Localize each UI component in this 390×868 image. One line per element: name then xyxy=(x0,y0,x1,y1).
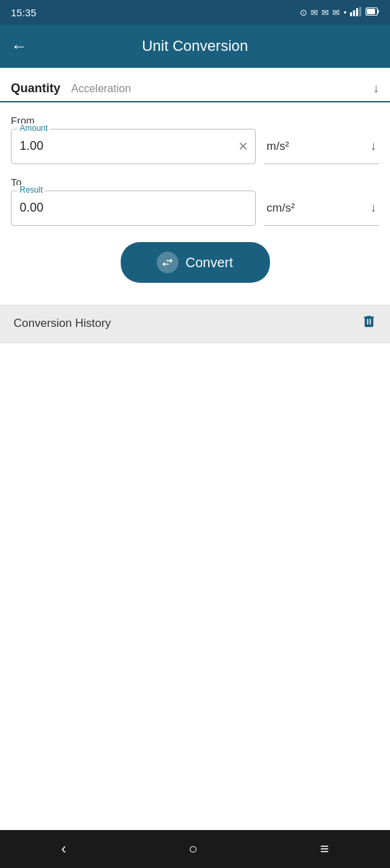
menu-nav-button[interactable]: ≡ xyxy=(304,835,345,863)
app-header: ← Unit Conversion xyxy=(0,24,390,68)
history-body xyxy=(0,343,390,830)
quantity-value: Acceleration xyxy=(71,83,373,95)
svg-rect-0 xyxy=(350,12,352,16)
main-content: Quantity Acceleration ↓ From Amount 1.00… xyxy=(0,68,390,304)
mail-icon-2: ✉ xyxy=(321,7,329,18)
svg-rect-6 xyxy=(367,9,375,14)
page-title: Unit Conversion xyxy=(38,37,352,55)
battery-icon xyxy=(366,7,379,18)
from-input-row: Amount 1.00 ✕ m/s² ↓ xyxy=(11,129,379,164)
status-time: 15:35 xyxy=(11,7,37,18)
to-unit-dropdown-icon: ↓ xyxy=(370,201,376,215)
to-input-row: Result 0.00 cm/s² ↓ xyxy=(11,191,379,226)
result-field: Result 0.00 xyxy=(11,191,256,226)
history-title: Conversion History xyxy=(14,317,111,330)
amount-value: 1.00 xyxy=(20,138,228,155)
bottom-nav: ‹ ○ ≡ xyxy=(0,830,390,868)
quantity-row[interactable]: Quantity Acceleration ↓ xyxy=(0,68,390,102)
quantity-dropdown-icon[interactable]: ↓ xyxy=(373,81,379,96)
svg-rect-1 xyxy=(353,10,355,16)
convert-label: Convert xyxy=(185,255,233,271)
from-unit-text: m/s² xyxy=(267,140,289,153)
to-unit-selector[interactable]: cm/s² ↓ xyxy=(264,191,379,226)
back-button[interactable]: ← xyxy=(11,38,27,54)
to-label: To xyxy=(11,176,379,188)
status-icons: ⊙ ✉ ✉ ✉ • xyxy=(300,7,379,18)
mail-icon-1: ✉ xyxy=(311,7,318,18)
amount-field[interactable]: Amount 1.00 ✕ xyxy=(11,129,256,164)
back-nav-button[interactable]: ‹ xyxy=(45,835,82,863)
from-label: From xyxy=(11,115,379,126)
result-value: 0.00 xyxy=(20,199,247,216)
clear-button[interactable]: ✕ xyxy=(238,139,248,154)
home-nav-button[interactable]: ○ xyxy=(172,835,214,863)
trash-icon[interactable] xyxy=(362,314,376,333)
svg-rect-2 xyxy=(356,8,358,16)
history-header: Conversion History xyxy=(0,304,390,343)
convert-button[interactable]: Convert xyxy=(121,242,270,283)
from-unit-dropdown-icon: ↓ xyxy=(370,139,376,153)
quantity-label: Quantity xyxy=(11,81,60,96)
mail-icon-3: ✉ xyxy=(332,7,340,18)
location-icon: ⊙ xyxy=(300,7,307,18)
to-unit-text: cm/s² xyxy=(267,201,295,215)
svg-rect-3 xyxy=(359,7,362,16)
result-field-label: Result xyxy=(17,185,45,195)
history-section: Conversion History xyxy=(0,304,390,830)
dot-icon: • xyxy=(343,7,347,18)
from-unit-selector[interactable]: m/s² ↓ xyxy=(264,129,379,164)
status-bar: 15:35 ⊙ ✉ ✉ ✉ • xyxy=(0,0,390,24)
convert-icon xyxy=(157,252,178,273)
svg-rect-5 xyxy=(378,9,379,13)
signal-icon xyxy=(350,7,362,18)
amount-field-label: Amount xyxy=(17,123,50,133)
